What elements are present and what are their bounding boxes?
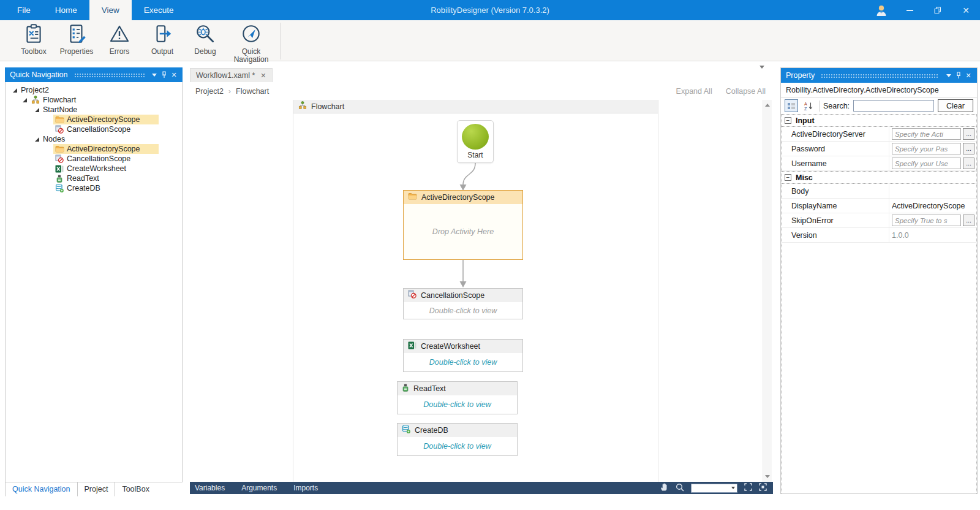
ribbon-debug-button[interactable]: Debug [184, 20, 227, 56]
panel-grip[interactable] [74, 73, 145, 78]
flowchart-container-header[interactable]: Flowchart [293, 100, 658, 113]
node-activedirectoryscope[interactable]: ActiveDirectoryScope Drop Activity Here [403, 190, 523, 260]
cancel-icon [55, 125, 64, 134]
variables-button[interactable]: Variables [195, 484, 225, 492]
ribbon-errors-button[interactable]: Errors [98, 20, 141, 56]
tab-quick-navigation[interactable]: Quick Navigation [5, 482, 78, 497]
expander-icon[interactable] [13, 88, 17, 93]
fit-to-screen-icon[interactable] [744, 483, 752, 493]
ellipsis-button[interactable]: ... [963, 128, 974, 140]
collapse-section-icon[interactable]: − [785, 117, 791, 124]
tree-item-cancellationscope[interactable]: CancellationScope [6, 154, 182, 164]
node-createdb[interactable]: CreateDB Double-click to view [397, 423, 518, 456]
ribbon-toolbox-button[interactable]: Toolbox [12, 20, 55, 56]
menu-file[interactable]: File [5, 0, 43, 20]
tree-item-startnode[interactable]: StartNode [6, 105, 182, 115]
node-readtext[interactable]: ReadText Double-click to view [397, 381, 518, 414]
clear-search-button[interactable]: Clear [938, 99, 973, 112]
menu-execute[interactable]: Execute [132, 0, 186, 20]
expander-icon[interactable] [23, 98, 27, 102]
node-body-hint[interactable]: Double-click to view [398, 395, 517, 414]
pan-hand-icon[interactable] [660, 482, 669, 493]
ellipsis-button[interactable]: ... [963, 143, 974, 154]
flowchart-canvas[interactable]: Flowchart Start [190, 100, 773, 482]
collapse-all-button[interactable]: Collapse All [726, 87, 766, 96]
tree-item-activedirectoryscope[interactable]: ActiveDirectoryScope [6, 115, 182, 124]
node-body-hint[interactable]: Double-click to view [404, 353, 522, 371]
zoom-level-combobox[interactable] [691, 484, 737, 493]
ellipsis-button[interactable]: ... [963, 158, 974, 169]
ribbon-quick-navigation-button[interactable]: Quick Navigation [227, 20, 276, 64]
tree-item-readtext[interactable]: ReadText [6, 173, 182, 183]
tree-item-cancellationscope[interactable]: CancellationScope [6, 124, 182, 134]
node-createworksheet[interactable]: CreateWorksheet Double-click to view [403, 339, 523, 372]
node-body-hint[interactable]: Double-click to view [398, 437, 517, 455]
displayname-value[interactable]: ActiveDirectoryScope [892, 202, 965, 210]
panel-grip[interactable] [821, 74, 939, 79]
node-cancellationscope[interactable]: CancellationScope Double-click to view [403, 288, 523, 319]
tree-item-createworksheet[interactable]: CreateWorksheet [6, 164, 182, 173]
menu-home[interactable]: Home [43, 0, 89, 20]
property-search-input[interactable] [853, 100, 934, 112]
node-title: CreateWorksheet [421, 342, 480, 351]
node-drop-zone[interactable]: Drop Activity Here [404, 204, 522, 259]
tree-item-createdb[interactable]: CreateDB [6, 183, 182, 193]
panel-close-icon[interactable]: ✕ [963, 70, 973, 80]
arguments-button[interactable]: Arguments [241, 484, 277, 492]
panel-menu-chevron-icon[interactable] [149, 70, 159, 80]
restore-button[interactable] [924, 0, 952, 20]
folder-icon [55, 116, 64, 123]
tree-item-activedirectoryscope[interactable]: ActiveDirectoryScope [6, 144, 182, 154]
tree-item-project2[interactable]: Project2 [6, 85, 182, 95]
panel-close-icon[interactable]: ✕ [169, 70, 179, 80]
expander-icon[interactable] [35, 137, 39, 142]
breadcrumb-project2[interactable]: Project2 [195, 87, 224, 96]
scroll-up-icon[interactable] [763, 101, 772, 110]
scroll-down-icon[interactable] [763, 472, 772, 481]
tab-close-icon[interactable]: ✕ [260, 72, 266, 80]
pin-icon[interactable] [954, 70, 963, 80]
errors-icon [108, 23, 130, 47]
imports-button[interactable]: Imports [293, 484, 318, 492]
fit-selection-icon[interactable] [759, 483, 767, 493]
collapse-section-icon[interactable]: − [785, 174, 791, 181]
zoom-magnifier-icon[interactable] [676, 483, 684, 493]
skiponerror-input[interactable] [892, 215, 961, 226]
node-header[interactable]: ActiveDirectoryScope [404, 191, 522, 204]
node-header[interactable]: ReadText [398, 382, 517, 395]
menu-view[interactable]: View [89, 0, 132, 20]
node-header[interactable]: CreateWorksheet [404, 340, 522, 353]
activedirectoryserver-input[interactable] [892, 128, 961, 140]
tab-list-chevron-icon[interactable] [760, 69, 764, 80]
database-icon [55, 184, 64, 192]
user-avatar-icon[interactable] [867, 0, 895, 20]
username-input[interactable] [892, 158, 961, 169]
pin-icon[interactable] [159, 70, 169, 80]
categorized-view-button[interactable] [785, 99, 798, 112]
tab-project[interactable]: Project [78, 482, 116, 497]
node-body-hint[interactable]: Double-click to view [404, 302, 522, 319]
expander-icon[interactable] [35, 108, 39, 112]
expand-all-button[interactable]: Expand All [676, 87, 712, 96]
node-header[interactable]: CancellationScope [404, 289, 522, 302]
output-icon [151, 23, 173, 47]
panel-menu-chevron-icon[interactable] [944, 70, 954, 80]
breadcrumb-separator-icon: › [228, 87, 231, 96]
ellipsis-button[interactable]: ... [963, 215, 974, 226]
close-button[interactable]: ✕ [952, 0, 980, 20]
tree-item-flowchart[interactable]: Flowchart [6, 95, 182, 105]
minimize-button[interactable] [895, 0, 924, 20]
start-node[interactable]: Start [457, 120, 494, 163]
document-tabstrip: Workflow1.xaml * ✕ [190, 66, 773, 82]
tab-toolbox[interactable]: ToolBox [115, 482, 156, 497]
sort-alphabetical-button[interactable]: A Z [802, 99, 815, 112]
tree-item-nodes[interactable]: Nodes [6, 134, 182, 144]
ribbon-output-button[interactable]: Output [141, 20, 184, 56]
breadcrumb-flowchart[interactable]: Flowchart [236, 87, 269, 96]
vertical-scrollbar[interactable] [763, 100, 772, 482]
property-row-displayname: DisplayName ActiveDirectoryScope [782, 199, 976, 213]
tab-workflow1[interactable]: Workflow1.xaml * ✕ [190, 68, 273, 82]
password-input[interactable] [892, 143, 961, 154]
node-header[interactable]: CreateDB [398, 424, 517, 437]
ribbon-properties-button[interactable]: Properties [55, 20, 98, 56]
